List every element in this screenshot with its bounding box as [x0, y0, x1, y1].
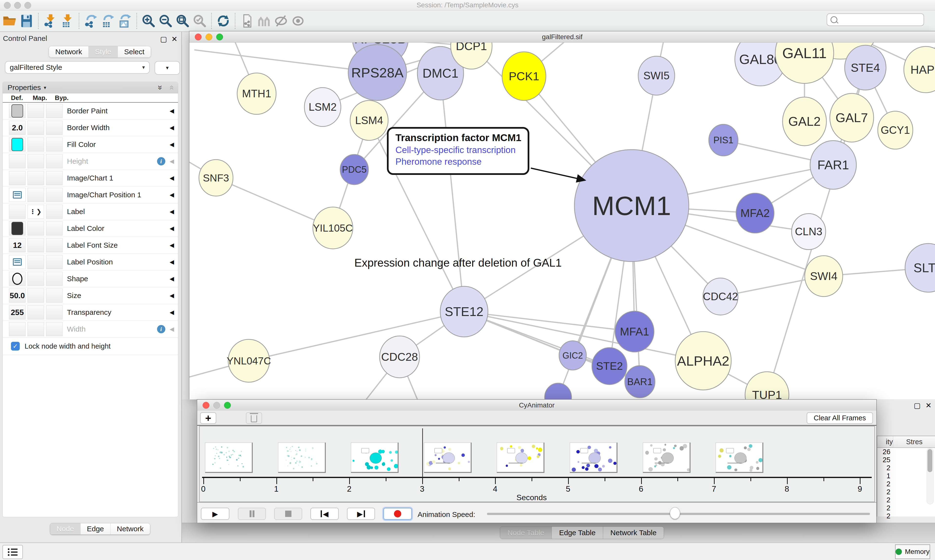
- style-options-button[interactable]: ▾: [154, 61, 180, 75]
- property-def-cell[interactable]: 12: [9, 238, 26, 252]
- pause-button[interactable]: [238, 508, 266, 520]
- search-field[interactable]: [827, 13, 924, 26]
- speed-slider-thumb[interactable]: [670, 507, 680, 519]
- property-byp-cell[interactable]: [46, 222, 63, 235]
- close-panel-icon[interactable]: ✕: [171, 35, 177, 43]
- apply-layout-icon[interactable]: [215, 12, 232, 30]
- expand-row-icon[interactable]: ◀: [170, 124, 174, 131]
- style-selector[interactable]: galFiltered Style ▾: [5, 61, 150, 74]
- frame-thumbnail-6[interactable]: [643, 443, 691, 473]
- property-map-cell[interactable]: ⋮❯: [28, 205, 44, 219]
- property-map-cell[interactable]: [28, 154, 44, 168]
- export-table-icon[interactable]: [99, 12, 116, 30]
- property-map-cell[interactable]: [28, 121, 44, 135]
- frame-thumbnail-2[interactable]: [351, 443, 399, 473]
- expand-row-icon[interactable]: ◀: [170, 108, 174, 114]
- collapse-all-icon[interactable]: »: [167, 85, 175, 90]
- property-def-cell[interactable]: [9, 154, 26, 168]
- network-window-titlebar[interactable]: galFiltered.sif: [190, 31, 935, 43]
- search-input[interactable]: [840, 15, 921, 24]
- property-byp-cell[interactable]: [46, 322, 63, 336]
- tab-network-table[interactable]: Network Table: [603, 527, 664, 539]
- info-icon[interactable]: i: [157, 325, 165, 333]
- property-map-cell[interactable]: [28, 171, 44, 185]
- expand-row-icon[interactable]: ◀: [170, 275, 174, 282]
- play-button[interactable]: ▶: [201, 508, 229, 520]
- tab-edge-table[interactable]: Edge Table: [552, 527, 603, 539]
- property-def-cell[interactable]: [9, 255, 26, 269]
- property-map-cell[interactable]: [28, 305, 44, 319]
- binoculars-icon[interactable]: [255, 12, 273, 30]
- memory-button[interactable]: Memory: [895, 545, 930, 559]
- expand-row-icon[interactable]: ◀: [170, 242, 174, 249]
- tab-network[interactable]: Network: [49, 46, 89, 57]
- annotation-box[interactable]: Transcription factor MCM1 Cell-type-spec…: [387, 127, 529, 175]
- lock-size-checkbox[interactable]: ✓: [11, 342, 20, 351]
- timeline-playhead[interactable]: [422, 428, 423, 477]
- tab-select[interactable]: Select: [118, 46, 151, 57]
- property-map-cell[interactable]: [28, 137, 44, 152]
- property-map-cell[interactable]: [28, 289, 44, 303]
- expand-row-icon[interactable]: ◀: [170, 141, 174, 148]
- table-row[interactable]: 2: [877, 512, 935, 520]
- show-panels-button[interactable]: [2, 545, 23, 559]
- table-column-header[interactable]: Stres: [893, 436, 935, 448]
- table-row[interactable]: 25: [877, 456, 935, 464]
- property-byp-cell[interactable]: [46, 272, 63, 286]
- network-canvas[interactable]: RPS28BRPS28ADMC1DCP1PCK1SWI5GAL80GAL11ST…: [190, 43, 935, 400]
- skip-start-button[interactable]: ◀: [310, 508, 339, 520]
- zoom-in-icon[interactable]: [140, 12, 157, 30]
- cyanimator-titlebar[interactable]: CyAnimator: [197, 400, 876, 411]
- record-button[interactable]: [383, 508, 412, 520]
- frame-thumbnail-4[interactable]: [497, 443, 545, 473]
- frame-thumbnail-7[interactable]: [716, 443, 763, 473]
- table-row[interactable]: 26: [877, 448, 935, 456]
- expand-row-icon[interactable]: ◀: [170, 258, 174, 265]
- import-network-icon[interactable]: [42, 12, 59, 30]
- expand-all-icon[interactable]: »: [157, 85, 165, 90]
- property-map-cell[interactable]: [28, 238, 44, 252]
- export-network-icon[interactable]: [82, 12, 99, 30]
- properties-header[interactable]: Properties ▾ » »: [3, 82, 178, 94]
- delete-frame-button[interactable]: [246, 412, 262, 424]
- frame-thumbnail-3[interactable]: [424, 443, 472, 473]
- property-def-cell[interactable]: [9, 171, 26, 185]
- tab-network-style[interactable]: Network: [111, 523, 150, 534]
- property-byp-cell[interactable]: [46, 188, 63, 202]
- property-def-cell[interactable]: [9, 188, 26, 202]
- table-row[interactable]: 2: [877, 464, 935, 472]
- property-map-cell[interactable]: [28, 104, 44, 118]
- property-def-cell[interactable]: [9, 104, 26, 118]
- info-icon[interactable]: i: [157, 157, 165, 165]
- property-def-cell[interactable]: [9, 272, 26, 286]
- frame-thumbnail-0[interactable]: [205, 443, 253, 473]
- property-map-cell[interactable]: [28, 188, 44, 202]
- zoom-fit-icon[interactable]: [174, 12, 191, 30]
- timeline[interactable]: 0123456789Seconds: [199, 426, 875, 502]
- property-byp-cell[interactable]: [46, 205, 63, 219]
- property-def-cell[interactable]: 2.0: [9, 121, 26, 135]
- clear-all-frames-button[interactable]: Clear All Frames: [807, 412, 873, 424]
- tab-node-table[interactable]: Node Table: [500, 527, 552, 539]
- open-session-icon[interactable]: [1, 12, 18, 30]
- expand-row-icon[interactable]: ◀: [170, 309, 174, 316]
- import-table-icon[interactable]: [59, 12, 76, 30]
- hide-eye-icon[interactable]: [273, 12, 290, 30]
- expand-row-icon[interactable]: ◀: [170, 208, 174, 215]
- property-map-cell[interactable]: [28, 255, 44, 269]
- property-def-cell[interactable]: [9, 322, 26, 336]
- expand-row-icon[interactable]: ◀: [170, 292, 174, 299]
- property-def-cell[interactable]: [9, 205, 26, 219]
- property-byp-cell[interactable]: [46, 255, 63, 269]
- property-def-cell[interactable]: 50.0: [9, 289, 26, 303]
- float-panel-icon[interactable]: ▢: [914, 401, 921, 410]
- property-map-cell[interactable]: [28, 272, 44, 286]
- network-node-kss1[interactable]: [545, 383, 571, 400]
- frame-thumbnail-5[interactable]: [570, 443, 617, 473]
- float-panel-icon[interactable]: ▢: [160, 35, 167, 43]
- expand-row-icon[interactable]: ◀: [170, 326, 174, 332]
- property-byp-cell[interactable]: [46, 305, 63, 319]
- tab-node-style[interactable]: Node: [50, 523, 80, 534]
- expand-row-icon[interactable]: ◀: [170, 175, 174, 182]
- property-def-cell[interactable]: [9, 222, 26, 235]
